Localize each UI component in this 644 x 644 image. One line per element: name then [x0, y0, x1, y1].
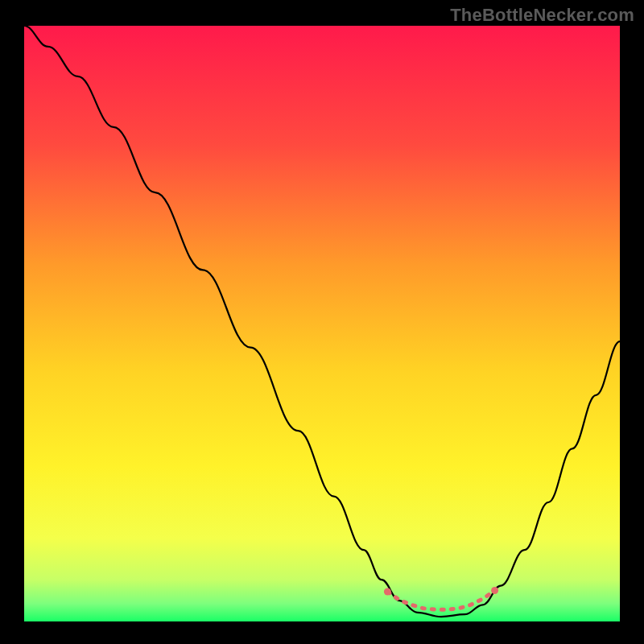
- watermark-text: TheBottleNecker.com: [450, 5, 634, 26]
- chart-background: [24, 26, 620, 621]
- chart-svg: [24, 26, 620, 621]
- chart-area: [24, 26, 620, 621]
- svg-point-1: [491, 587, 498, 594]
- svg-point-0: [384, 588, 391, 596]
